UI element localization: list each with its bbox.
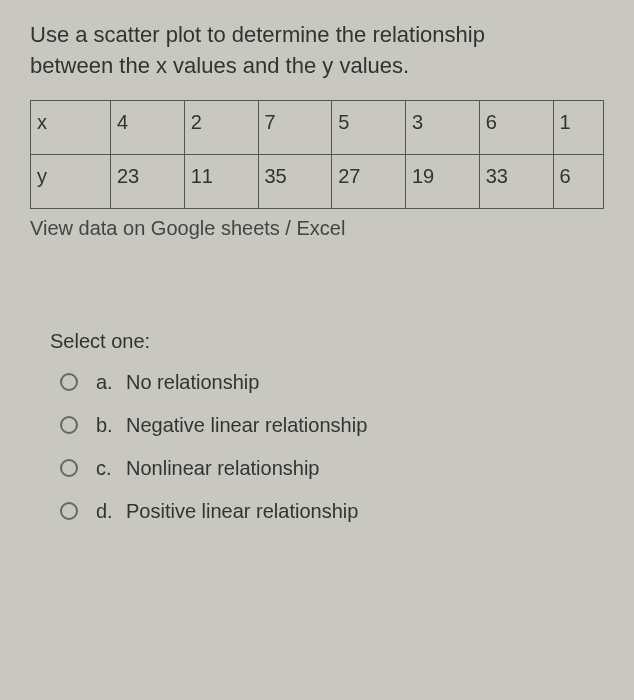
option-letter: a.	[96, 371, 126, 394]
row-label-y: y	[31, 154, 111, 208]
cell: 19	[406, 154, 480, 208]
cell: 6	[479, 100, 553, 154]
option-text: Nonlinear relationship	[126, 457, 604, 480]
option-letter: c.	[96, 457, 126, 480]
cell: 23	[111, 154, 185, 208]
question-text: Use a scatter plot to determine the rela…	[30, 20, 604, 82]
cell: 5	[332, 100, 406, 154]
cell: 33	[479, 154, 553, 208]
cell: 35	[258, 154, 332, 208]
radio-icon[interactable]	[60, 373, 78, 391]
cell: 11	[184, 154, 258, 208]
cell: 6	[553, 154, 604, 208]
option-d[interactable]: d. Positive linear relationship	[60, 500, 604, 523]
option-letter: d.	[96, 500, 126, 523]
question-line2: between the x values and the y values.	[30, 53, 409, 78]
cell: 2	[184, 100, 258, 154]
cell: 1	[553, 100, 604, 154]
select-prompt: Select one:	[50, 330, 604, 353]
option-text: No relationship	[126, 371, 604, 394]
cell: 7	[258, 100, 332, 154]
data-table: x 4 2 7 5 3 6 1 y 23 11 35 27 19 33 6	[30, 100, 604, 209]
row-label-x: x	[31, 100, 111, 154]
radio-icon[interactable]	[60, 459, 78, 477]
option-b[interactable]: b. Negative linear relationship	[60, 414, 604, 437]
option-letter: b.	[96, 414, 126, 437]
options-list: a. No relationship b. Negative linear re…	[60, 371, 604, 523]
table-row: x 4 2 7 5 3 6 1	[31, 100, 604, 154]
view-data-link[interactable]: View data on Google sheets / Excel	[30, 217, 604, 240]
table-row: y 23 11 35 27 19 33 6	[31, 154, 604, 208]
option-text: Negative linear relationship	[126, 414, 604, 437]
cell: 3	[406, 100, 480, 154]
radio-icon[interactable]	[60, 416, 78, 434]
question-line1: Use a scatter plot to determine the rela…	[30, 22, 485, 47]
option-a[interactable]: a. No relationship	[60, 371, 604, 394]
radio-icon[interactable]	[60, 502, 78, 520]
option-c[interactable]: c. Nonlinear relationship	[60, 457, 604, 480]
option-text: Positive linear relationship	[126, 500, 604, 523]
cell: 4	[111, 100, 185, 154]
cell: 27	[332, 154, 406, 208]
